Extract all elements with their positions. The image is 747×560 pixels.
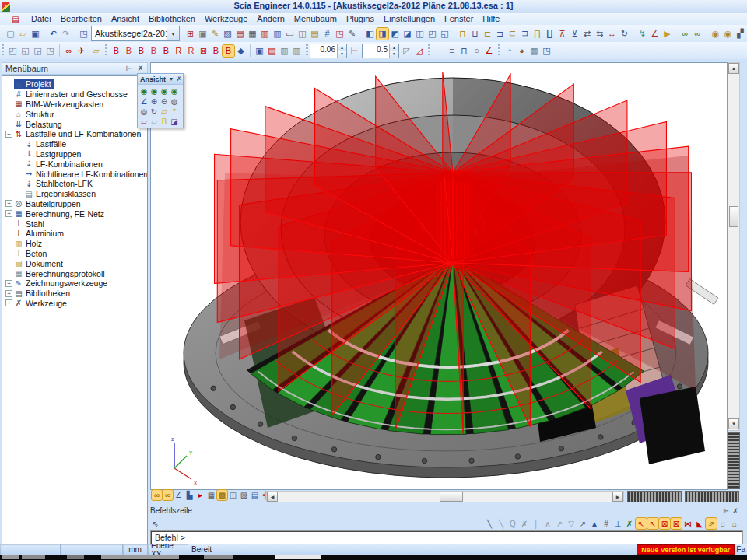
truss-icon[interactable]: ∏ xyxy=(531,28,543,40)
xy-plane-icon[interactable]: ▨ xyxy=(222,28,233,40)
snap-line-icon[interactable]: ╲ xyxy=(484,518,495,529)
save-icon[interactable]: ▣ xyxy=(30,28,41,40)
doc-edit-icon[interactable]: ✎ xyxy=(346,28,358,40)
glasses-icon[interactable]: ∞ xyxy=(679,28,691,40)
menu-bearbeiten[interactable]: Bearbeiten xyxy=(56,13,107,25)
snap-endpoint-icon[interactable]: ↖ xyxy=(636,518,647,529)
spinner-down-icon[interactable]: ▼ xyxy=(389,51,398,58)
toolbar-handle[interactable] xyxy=(105,44,107,57)
menu-bibliotheken[interactable]: Bibliotheken xyxy=(144,13,200,25)
view-window2-icon[interactable]: ◨ xyxy=(377,28,388,40)
scroll-up-icon[interactable]: ▲ xyxy=(728,63,739,74)
view-x-icon[interactable]: ◉ xyxy=(139,86,149,96)
snap-curve-icon[interactable]: Q xyxy=(507,518,518,529)
zoom-window-icon[interactable]: ◍ xyxy=(170,96,179,106)
open-project-icon[interactable]: ▱ xyxy=(90,45,102,57)
load-box-icon[interactable]: ⊠ xyxy=(198,45,209,57)
solid-icon[interactable]: ▣ xyxy=(197,28,209,40)
win-split4-icon[interactable]: ◳ xyxy=(44,45,56,57)
horizontal-rotate-grip[interactable] xyxy=(627,491,682,502)
snap-size-spinner[interactable]: 0.06 ▲▼ xyxy=(310,44,347,58)
preview-icon[interactable]: ◫ xyxy=(296,28,308,40)
perspective-box-icon[interactable]: ◪ xyxy=(170,117,179,126)
tree-item-belastung[interactable]: ⇊Belastung xyxy=(2,119,147,129)
view-window7-icon[interactable]: ◱ xyxy=(439,28,451,40)
ucs-icon[interactable]: ∠ xyxy=(174,490,184,500)
snap-vertical-icon[interactable]: │ xyxy=(531,518,542,529)
flag-icon[interactable]: ▸ xyxy=(195,490,205,500)
save-view2-icon[interactable]: ▱ xyxy=(149,117,159,126)
load-case1-icon[interactable]: B xyxy=(110,45,122,57)
toolbar-handle[interactable] xyxy=(498,44,500,57)
cursor-snap-icon[interactable]: ▲ xyxy=(589,518,600,529)
tree-item-bibliotheken[interactable]: +▤Bibliotheken xyxy=(2,289,147,299)
fly-through-icon[interactable]: ✈ xyxy=(75,45,87,57)
info-icon[interactable]: ◳ xyxy=(541,45,552,57)
mesh-icon[interactable]: ▦ xyxy=(247,28,258,40)
open-folder-icon[interactable]: ▱ xyxy=(17,28,29,40)
line-red-icon[interactable]: ─ xyxy=(433,45,445,57)
status-unit[interactable]: mm xyxy=(123,544,148,555)
scale-icon[interactable]: ◸ xyxy=(401,45,412,57)
plate-icon[interactable]: ⊏ xyxy=(482,28,493,40)
view-y-icon[interactable]: ◉ xyxy=(149,86,159,96)
load-active-icon[interactable]: B xyxy=(223,45,234,57)
snap-midpoint-icon[interactable]: ↖ xyxy=(647,518,658,529)
render-icon[interactable]: ◔ xyxy=(503,45,515,57)
pin-icon[interactable]: ⊩ xyxy=(721,507,731,515)
link-icon[interactable]: ∞ xyxy=(152,490,162,500)
menu-fenster[interactable]: Fenster xyxy=(440,13,478,25)
render-mode-icon[interactable]: ▩ xyxy=(217,490,227,500)
rotate-view-icon[interactable]: ↻ xyxy=(149,107,159,116)
expand-box[interactable]: + xyxy=(5,280,12,287)
viewport-3d[interactable]: z x Y xyxy=(150,62,728,490)
glasses2-icon[interactable]: ∞ xyxy=(692,28,703,40)
snap-plane-icon[interactable]: ▽ xyxy=(566,518,577,529)
gallery-icon[interactable]: ▤ xyxy=(309,28,321,40)
load-case2-icon[interactable]: B xyxy=(123,45,135,57)
edit-view-icon[interactable]: ▱ xyxy=(160,107,169,116)
tree-item-linienraster-und-geschosse[interactable]: #Linienraster und Geschosse xyxy=(2,89,147,100)
win-split3-icon[interactable]: ◲ xyxy=(32,45,44,57)
b-view-icon[interactable]: B xyxy=(160,117,169,126)
export-icon[interactable]: ◳ xyxy=(334,28,345,40)
close-icon[interactable]: ✗ xyxy=(135,64,146,73)
tree-item-zeichnungswerkzeuge[interactable]: +✎Zeichnungswerkzeuge xyxy=(2,278,147,289)
scroll-left-icon[interactable]: ◀ xyxy=(267,492,278,502)
rotate-icon[interactable]: ↻ xyxy=(619,28,630,40)
snap-vertex-icon[interactable]: ∧ xyxy=(542,518,553,529)
binoculars2-icon[interactable]: ◉ xyxy=(722,28,734,40)
status-plane[interactable]: Ebene XY xyxy=(148,544,188,555)
menu-datei[interactable]: Datei xyxy=(26,13,56,25)
wall-icon[interactable]: ⊐ xyxy=(494,28,506,40)
command-input[interactable]: Befehl > xyxy=(151,531,742,544)
expand-box[interactable]: + xyxy=(5,200,12,207)
menu-menuebaum[interactable]: Menübaum xyxy=(289,13,342,25)
expand-box[interactable]: + xyxy=(5,299,12,306)
snap-cross-icon[interactable]: ✗ xyxy=(624,518,635,529)
snap-arc2-icon[interactable]: ⌂ xyxy=(729,518,740,529)
tree-item-lastf-lle-und-lf-kombinationen[interactable]: −⇅Lastfälle und LF-Kombinationen xyxy=(2,129,147,139)
light-icon[interactable]: * xyxy=(170,107,179,116)
copy-icon[interactable]: ⇆ xyxy=(594,28,605,40)
spinner-up-icon[interactable]: ▲ xyxy=(389,44,398,51)
grid-table-icon[interactable]: ▦ xyxy=(528,45,540,57)
close-icon[interactable]: ✗ xyxy=(731,507,740,515)
load-case5-icon[interactable]: B xyxy=(160,45,172,57)
project-dropdown[interactable]: Akustiksegel2a-2012 ▼ xyxy=(91,26,180,41)
collapse-box[interactable]: − xyxy=(5,131,12,138)
tree-item-ergebnisklassen[interactable]: ▤Ergebnisklassen xyxy=(2,189,147,199)
win-split2-icon[interactable]: ◱ xyxy=(19,45,31,57)
project-data-icon[interactable]: ⊞ xyxy=(184,28,196,40)
load-r2-icon[interactable]: R xyxy=(185,45,197,57)
horizontal-scrollbar[interactable]: ◀ ▶ xyxy=(266,491,624,502)
circle-icon[interactable]: ○ xyxy=(471,45,482,57)
snap-step-icon[interactable]: ⊢ xyxy=(349,45,360,57)
tree-item-lf-kombinationen[interactable]: ⇣LF-Kombinationen xyxy=(2,159,147,169)
menu-ansicht[interactable]: Ansicht xyxy=(107,13,144,25)
expand-box[interactable]: + xyxy=(5,290,12,297)
view-z-icon[interactable]: ◉ xyxy=(160,86,169,96)
attrib-gray2-icon[interactable]: ▥ xyxy=(291,45,303,57)
tree-item-bim-werkzeugkasten[interactable]: ▦BIM-Werkzeugkasten xyxy=(2,100,147,110)
chevron-down-icon[interactable]: ▾ xyxy=(167,75,175,82)
